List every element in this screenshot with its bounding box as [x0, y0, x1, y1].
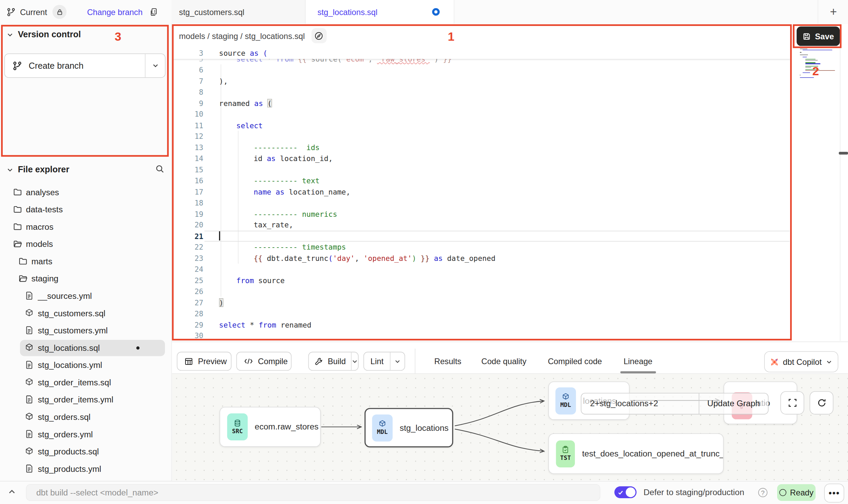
text-cursor: [219, 231, 220, 240]
file-item-stg-orders-yml[interactable]: stg_orders.yml: [0, 426, 171, 443]
file-item-stg-locations-yml[interactable]: stg_locations.yml: [0, 357, 171, 374]
file-item-stg-products-yml[interactable]: stg_products.yml: [0, 460, 171, 478]
lint-button[interactable]: Lint: [363, 352, 405, 371]
code-line-30: 30: [172, 330, 791, 341]
more-options-button[interactable]: •••: [824, 483, 844, 502]
file-item-stg-customers-sql[interactable]: stg_customers.sql: [0, 305, 171, 322]
lineage-canvas[interactable]: SRC ecom.raw_stores MDL stg_locations MD…: [172, 374, 848, 480]
line-text: select * from {{ source('ecom', 'raw_sto…: [219, 58, 452, 64]
file-icon: [25, 429, 35, 439]
line-number: 25: [184, 275, 203, 286]
file-explorer-header[interactable]: File explorer: [7, 165, 69, 174]
copy-icon[interactable]: [149, 8, 158, 16]
search-icon[interactable]: [155, 164, 165, 173]
defer-toggle[interactable]: [614, 486, 637, 498]
file-name: models: [26, 239, 53, 249]
chevron-up-icon[interactable]: [8, 487, 16, 496]
code-line-5: 5select * from {{ source('ecom', 'raw_st…: [172, 58, 791, 64]
minimap-line: [800, 77, 814, 78]
fullscreen-button[interactable]: [780, 391, 804, 414]
line-text: id as location_id,: [219, 153, 333, 164]
file-item-stg-orders-sql[interactable]: stg_orders.sql: [0, 409, 171, 426]
change-branch-link[interactable]: Change branch: [87, 7, 142, 16]
line-number: 19: [184, 208, 203, 219]
file-item-marts[interactable]: marts: [0, 253, 171, 270]
folder-icon: [18, 257, 28, 266]
line-number: 14: [184, 153, 203, 164]
help-icon[interactable]: ?: [758, 488, 768, 497]
cube-icon: [562, 393, 569, 400]
preview-button[interactable]: Preview: [177, 352, 232, 371]
line-number: 5: [184, 58, 203, 64]
folder-icon: [13, 205, 23, 214]
lineage-node-source[interactable]: SRC ecom.raw_stores: [220, 407, 321, 447]
file-item-stg-order-items-yml[interactable]: stg_order_items.yml: [0, 391, 171, 409]
save-label: Save: [815, 31, 834, 41]
lock-icon: [52, 5, 66, 19]
dbt-logo-icon: [770, 357, 779, 366]
file-icon: [25, 291, 35, 301]
lint-dropdown[interactable]: [390, 352, 404, 370]
model-icon: [25, 447, 35, 456]
code-line-26: 26: [172, 286, 791, 297]
file-item-data-tests[interactable]: data-tests: [0, 201, 171, 218]
update-graph-button[interactable]: Update Graph: [699, 393, 768, 414]
code-editor[interactable]: 67),89renamed as (1011select1213--------…: [172, 48, 791, 341]
chevron-down-icon: [826, 359, 833, 365]
line-text: source as (: [219, 48, 267, 58]
lineage-selector-input[interactable]: 2+stg_locations+2: [581, 393, 699, 414]
compile-button[interactable]: Compile: [236, 352, 292, 371]
cube-icon: [378, 420, 386, 427]
build-button[interactable]: Build: [308, 352, 359, 371]
line-text: ---------- text: [219, 175, 320, 186]
file-item-stg-customers-yml[interactable]: stg_customers.yml: [0, 322, 171, 340]
modified-dot: [136, 346, 139, 349]
version-control-header[interactable]: Version control: [7, 30, 81, 39]
active-tab-underline: [620, 371, 656, 373]
tab-stg-locations[interactable]: stg_locations.sql: [306, 0, 454, 24]
new-tab-button[interactable]: +: [825, 4, 841, 19]
tab-label: Lineage: [624, 357, 652, 366]
file-icon: [25, 464, 35, 474]
file-item-stg-locations-sql[interactable]: stg_locations.sql: [0, 339, 171, 357]
tab-stg-customers[interactable]: stg_customers.sql: [171, 0, 306, 24]
file-item-staging[interactable]: staging: [0, 270, 171, 288]
lineage-node-test[interactable]: TST test_does_location_opened_at_trunc_t…: [548, 433, 723, 474]
file-name: macros: [26, 222, 53, 232]
lineage-node-stg-locations[interactable]: MDL stg_locations: [364, 408, 453, 447]
compass-icon[interactable]: [311, 28, 326, 43]
divider: [840, 24, 840, 341]
git-branch-icon: [12, 61, 22, 70]
check-icon: [618, 489, 624, 495]
code-line-10: 10: [172, 109, 791, 120]
file-item--sources-yml[interactable]: __sources.yml: [0, 288, 171, 305]
command-input[interactable]: dbt build --select <model_name>: [26, 484, 600, 501]
save-button[interactable]: Save: [797, 26, 840, 46]
tab-lineage[interactable]: Lineage: [624, 352, 652, 371]
panel-resize-handle[interactable]: [839, 152, 848, 155]
line-text: ---------- numerics: [219, 208, 337, 219]
folder-icon: [13, 187, 23, 197]
unsaved-changes-dot: [432, 8, 440, 16]
tab-results[interactable]: Results: [434, 352, 461, 371]
create-branch-dropdown[interactable]: [145, 54, 165, 77]
file-name: stg_locations.sql: [38, 343, 100, 353]
breadcrumb: models / staging / stg_locations.sql: [179, 31, 305, 40]
wrench-icon: [314, 357, 323, 366]
status-ready-badge[interactable]: Ready: [777, 484, 815, 501]
build-dropdown[interactable]: [351, 352, 358, 370]
tab-compiled-code[interactable]: Compiled code: [548, 352, 602, 371]
create-branch-button[interactable]: Create branch: [4, 53, 166, 78]
file-item-stg-order-items-sql[interactable]: stg_order_items.sql: [0, 374, 171, 392]
code-line-23: 23{{ dbt.date_trunc('day', 'opened_at') …: [172, 253, 791, 264]
refresh-button[interactable]: [810, 391, 834, 414]
dbt-copilot-button[interactable]: dbt Copilot: [764, 351, 838, 372]
file-item-stg-products-sql[interactable]: stg_products.sql: [0, 443, 171, 461]
file-name: stg_order_items.sql: [38, 378, 111, 387]
line-number: 28: [184, 308, 203, 319]
file-item-models[interactable]: models: [0, 236, 171, 253]
file-item-macros[interactable]: macros: [0, 218, 171, 236]
tab-code-quality[interactable]: Code quality: [481, 352, 527, 371]
minimap-line: [805, 62, 815, 63]
file-item-analyses[interactable]: analyses: [0, 184, 171, 201]
